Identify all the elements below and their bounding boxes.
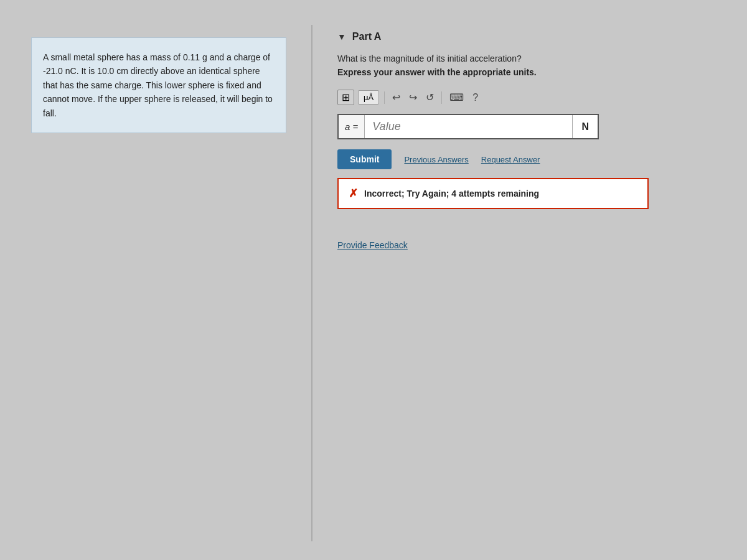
- request-answer-link[interactable]: Request Answer: [481, 155, 540, 164]
- input-toolbar: ⊞ μÅ ↩ ↪ ↺ ⌨ ?: [337, 87, 716, 108]
- right-panel: ▼ Part A What is the magnitude of its in…: [319, 25, 728, 541]
- feedback-text: Incorrect; Try Again; 4 attempts remaini…: [364, 189, 539, 198]
- part-title: Part A: [352, 31, 382, 42]
- redo-icon[interactable]: ↪: [406, 90, 420, 105]
- panel-divider: [311, 25, 312, 541]
- submit-button[interactable]: Submit: [337, 149, 392, 169]
- problem-box: A small metal sphere has a mass of 0.11 …: [31, 37, 286, 133]
- refresh-icon[interactable]: ↺: [423, 90, 436, 105]
- left-panel: A small metal sphere has a mass of 0.11 …: [19, 25, 305, 541]
- answer-unit: N: [572, 115, 598, 138]
- incorrect-icon: ✗: [349, 187, 358, 200]
- question-text: What is the magnitude of its initial acc…: [337, 54, 716, 63]
- answer-label: a =: [339, 115, 365, 138]
- express-text: Express your answer with the appropriate…: [337, 67, 716, 77]
- feedback-box: ✗ Incorrect; Try Again; 4 attempts remai…: [337, 178, 649, 209]
- problem-text: A small metal sphere has a mass of 0.11 …: [43, 50, 275, 120]
- mu-button[interactable]: μÅ: [358, 90, 379, 105]
- part-header: ▼ Part A: [337, 31, 716, 42]
- answer-input[interactable]: [365, 115, 572, 138]
- submit-row: Submit Previous Answers Request Answer: [337, 149, 716, 169]
- toolbar-separator-2: [441, 91, 442, 104]
- toolbar-separator-1: [384, 91, 385, 104]
- keyboard-icon[interactable]: ⌨: [447, 90, 466, 105]
- undo-icon[interactable]: ↩: [390, 90, 403, 105]
- collapse-arrow-icon[interactable]: ▼: [337, 32, 346, 42]
- provide-feedback-link[interactable]: Provide Feedback: [337, 240, 408, 250]
- answer-row: a = N: [337, 114, 599, 139]
- previous-answers-link[interactable]: Previous Answers: [404, 155, 468, 164]
- help-icon[interactable]: ?: [470, 91, 481, 105]
- matrix-button[interactable]: ⊞: [337, 90, 354, 105]
